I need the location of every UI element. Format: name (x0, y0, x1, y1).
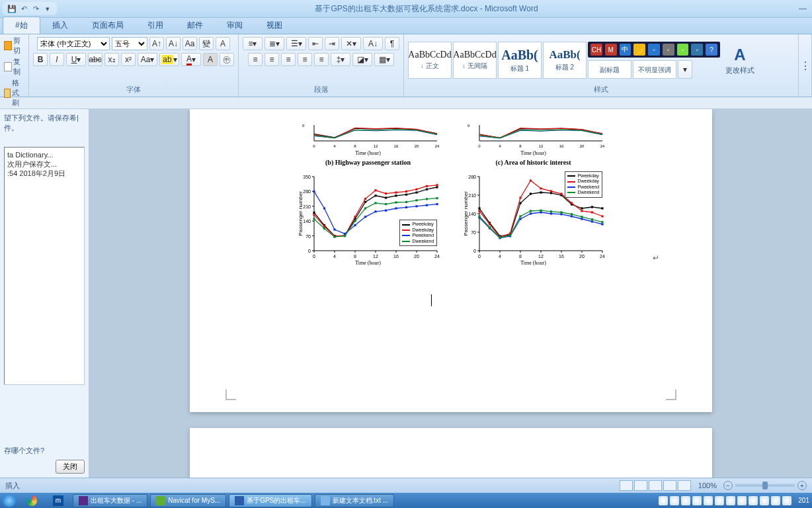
tray-icon[interactable] (681, 496, 690, 505)
group-editing[interactable]: ⋮ (799, 34, 812, 97)
pinned-chrome[interactable] (19, 493, 45, 508)
tray-icon[interactable] (749, 496, 758, 505)
subscript-button[interactable]: x₂ (104, 53, 119, 66)
tray-icon[interactable] (704, 496, 713, 505)
tray-icon[interactable] (771, 496, 780, 505)
ime-icon4[interactable]: ▫ (691, 44, 703, 56)
ime-moon-icon[interactable]: 🌙 (633, 44, 645, 56)
sort-button[interactable]: A↓ (363, 37, 383, 50)
taskbar-item[interactable]: Navicat for MyS... (150, 494, 226, 507)
shading-button[interactable]: ◪▾ (352, 53, 372, 66)
bullets-button[interactable]: ≡▾ (243, 37, 263, 50)
tray-icon[interactable] (715, 496, 724, 505)
style-heading2[interactable]: AaBb(标题 2 (543, 42, 587, 79)
text-effects-button[interactable]: Aa▾ (138, 53, 157, 66)
tab-mailings[interactable]: 邮件 (175, 17, 215, 34)
increase-indent-button[interactable]: ⇥ (325, 37, 339, 50)
tray-icon[interactable] (782, 496, 792, 505)
recovery-list[interactable]: ta Dictionary... 次用户保存文... :54 2018年2月9日 (4, 147, 85, 385)
tab-layout[interactable]: 页面布局 (80, 17, 136, 34)
char-border-button[interactable]: A (216, 37, 230, 50)
decrease-indent-button[interactable]: ⇤ (308, 37, 323, 50)
styles-more-button[interactable]: ▾ (678, 60, 692, 79)
highlight-button[interactable]: ab▾ (159, 53, 179, 66)
ime-m-icon[interactable]: M (605, 44, 617, 56)
draft-view-button[interactable] (678, 480, 691, 491)
change-case-button[interactable]: Aa (183, 37, 197, 50)
tray-icon[interactable] (659, 496, 668, 505)
font-color-button[interactable]: A▾ (181, 53, 201, 66)
print-layout-view-button[interactable] (620, 480, 633, 491)
qat-dropdown-icon[interactable]: ▾ (42, 3, 53, 14)
char-shading-button[interactable]: A (203, 53, 218, 66)
zoom-slider[interactable] (735, 484, 795, 487)
numbering-button[interactable]: ≣▾ (264, 37, 284, 50)
ruler[interactable] (0, 97, 812, 109)
tray-icon[interactable] (692, 496, 702, 505)
distribute-button[interactable]: ≡ (314, 53, 329, 66)
tray-icon[interactable] (737, 496, 747, 505)
style-normal[interactable]: AaBbCcDd↓ 正文 (408, 42, 452, 79)
multilevel-button[interactable]: ☰▾ (286, 37, 306, 50)
cut-button[interactable]: 剪切 (4, 36, 26, 56)
change-styles-button[interactable]: A 更改样式 (721, 46, 758, 75)
show-marks-button[interactable]: ¶ (385, 37, 399, 50)
taskbar-item[interactable]: 新建文本文档.txt ... (315, 494, 394, 507)
enclose-char-button[interactable]: ㊥ (220, 53, 234, 66)
tray-icon[interactable] (760, 496, 769, 505)
ime-icon[interactable]: ▫ (648, 44, 660, 56)
ime-icon2[interactable]: ▫ (663, 44, 674, 56)
borders-button[interactable]: ▦▾ (374, 53, 394, 66)
pinned-maxthon[interactable]: m (45, 493, 71, 508)
taskbar-item-active[interactable]: 基于GPS的出租车... (229, 494, 311, 507)
tab-insert[interactable]: 插入 (40, 17, 80, 34)
fullscreen-view-button[interactable] (634, 480, 647, 491)
phonetic-button[interactable]: 變 (199, 37, 214, 50)
save-icon[interactable]: 💾 (7, 3, 17, 14)
underline-button[interactable]: U▾ (66, 53, 86, 66)
shrink-font-button[interactable]: A↓ (166, 37, 181, 50)
ime-icon3[interactable]: ▫ (677, 44, 689, 56)
minimize-icon[interactable]: — (796, 4, 809, 13)
ime-toolbar[interactable]: CH M 中 🌙 ▫ ▫ ▫ ▫ ? (588, 42, 720, 58)
system-tray[interactable] (655, 496, 795, 505)
align-center-button[interactable]: ≡ (264, 53, 279, 66)
tab-home[interactable]: #始 (3, 17, 40, 34)
font-name-select[interactable]: 宋体 (中文正文) (37, 37, 110, 50)
ime-ch-icon[interactable]: CH (590, 44, 602, 56)
outline-view-button[interactable] (663, 480, 676, 491)
italic-button[interactable]: I (50, 53, 64, 66)
close-button[interactable]: 关闭 (56, 460, 85, 474)
redo-icon[interactable]: ↷ (30, 3, 41, 14)
tray-icon[interactable] (670, 496, 679, 505)
taskbar-clock[interactable]: 201 (795, 497, 812, 504)
undo-icon[interactable]: ↶ (19, 3, 29, 14)
document-area[interactable]: 048121620240 Time (hour) (b) Highway pas… (89, 109, 812, 478)
style-subtle-emphasis[interactable]: 不明显强调 (633, 60, 676, 79)
ime-help-icon[interactable]: ? (706, 44, 717, 56)
copy-button[interactable]: 复制 (4, 57, 26, 77)
zoom-in-button[interactable]: + (797, 481, 807, 490)
tab-references[interactable]: 引用 (136, 17, 175, 34)
ltr-button[interactable]: ✕▾ (341, 37, 361, 50)
style-subtitle[interactable]: 副标题 (588, 60, 631, 79)
align-left-button[interactable]: ≡ (248, 53, 263, 66)
line-spacing-button[interactable]: ‡▾ (331, 53, 350, 66)
tab-view[interactable]: 视图 (255, 17, 294, 34)
tab-review[interactable]: 审阅 (215, 17, 255, 34)
style-heading1[interactable]: AaBb(标题 1 (498, 42, 542, 79)
grow-font-button[interactable]: A↑ (149, 37, 164, 50)
font-size-select[interactable]: 五号 (112, 37, 147, 50)
zoom-out-button[interactable]: − (723, 481, 733, 490)
start-button[interactable] (3, 494, 16, 507)
ime-zhong-icon[interactable]: 中 (620, 44, 631, 56)
strike-button[interactable]: abc (88, 53, 102, 66)
style-nospacing[interactable]: AaBbCcDd↓ 无间隔 (453, 42, 497, 79)
format-painter-button[interactable]: 格式刷 (4, 78, 26, 108)
web-layout-view-button[interactable] (649, 480, 662, 491)
align-right-button[interactable]: ≡ (281, 53, 296, 66)
tray-icon[interactable] (726, 496, 735, 505)
list-item[interactable]: ta Dictionary... (7, 150, 81, 159)
taskbar-item[interactable]: 出租车大数据 - ... (73, 494, 147, 507)
justify-button[interactable]: ≡ (298, 53, 312, 66)
